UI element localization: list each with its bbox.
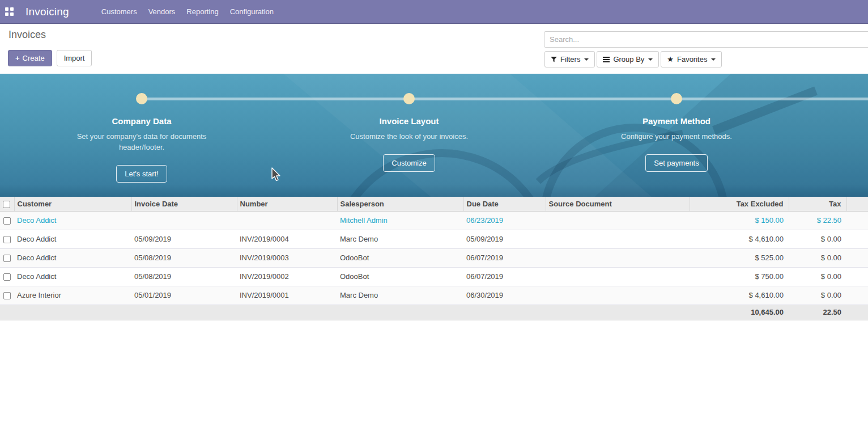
cell-customer[interactable]: Azure Interior: [14, 286, 131, 305]
cell-tax[interactable]: $ 22.50: [789, 211, 846, 230]
onboarding-step-payment-method: Payment Method Configure your payment me…: [586, 93, 767, 172]
step-description: Set your company's data for documents he…: [76, 131, 207, 153]
cell-due-date[interactable]: 06/07/2019: [463, 248, 546, 267]
row-checkbox[interactable]: [3, 255, 11, 262]
menu-item-reporting[interactable]: Reporting: [181, 0, 224, 24]
cell-source-document[interactable]: [546, 267, 690, 286]
search-box: [544, 31, 868, 48]
customize-button[interactable]: Customize: [383, 154, 435, 172]
menu-item-configuration[interactable]: Configuration: [224, 0, 279, 24]
cell-source-document[interactable]: [546, 230, 690, 248]
cell-due-date[interactable]: 05/09/2019: [463, 230, 546, 248]
step-description: Configure your payment methods.: [611, 131, 742, 142]
cell-customer[interactable]: Deco Addict: [14, 267, 131, 286]
step-title: Invoice Layout: [318, 116, 500, 126]
cell-tax[interactable]: $ 0.00: [789, 267, 846, 286]
cell-number[interactable]: INV/2019/0002: [237, 267, 337, 286]
cell-customer[interactable]: Deco Addict: [14, 230, 131, 248]
cell-tax-excluded[interactable]: $ 4,610.00: [690, 286, 789, 305]
column-header-empty: [846, 197, 868, 211]
column-header-invoice-date[interactable]: Invoice Date: [131, 197, 237, 211]
row-checkbox[interactable]: [3, 236, 11, 243]
app-title[interactable]: Invoicing: [25, 6, 69, 18]
star-icon: ★: [667, 55, 674, 64]
search-input[interactable]: [544, 35, 868, 44]
set-payments-button[interactable]: Set payments: [645, 154, 708, 172]
cell-tax-excluded[interactable]: $ 525.00: [690, 248, 789, 267]
row-checkbox[interactable]: [3, 292, 11, 299]
menu-item-customers[interactable]: Customers: [96, 0, 143, 24]
create-button[interactable]: + Create: [8, 50, 52, 66]
column-header-source-document[interactable]: Source Document: [546, 197, 690, 211]
row-select-cell: [0, 211, 14, 230]
group-by-button[interactable]: Group By: [597, 51, 659, 67]
cell-tax-excluded[interactable]: $ 150.00: [690, 211, 789, 230]
cell-customer[interactable]: Deco Addict: [14, 211, 131, 230]
table-row[interactable]: Deco Addict 05/08/2019 INV/2019/0003 Odo…: [0, 248, 868, 267]
table-header-row: Customer Invoice Date Number Salesperson…: [0, 197, 868, 211]
total-tax-excluded: 10,645.00: [690, 305, 789, 320]
select-all-header: [0, 197, 14, 211]
cell-customer[interactable]: Deco Addict: [14, 248, 131, 267]
table-row[interactable]: Deco Addict 05/08/2019 INV/2019/0002 Odo…: [0, 267, 868, 286]
cell-invoice-date[interactable]: 05/08/2019: [131, 248, 237, 267]
row-checkbox[interactable]: [3, 217, 11, 225]
cell-source-document[interactable]: [546, 211, 690, 230]
cell-due-date[interactable]: 06/23/2019: [463, 211, 546, 230]
onboarding-step-company-data: Company Data Set your company's data for…: [51, 93, 232, 183]
cell-number[interactable]: INV/2019/0004: [237, 230, 337, 248]
cell-salesperson[interactable]: OdooBot: [337, 267, 463, 286]
cell-due-date[interactable]: 06/30/2019: [463, 286, 546, 305]
row-checkbox[interactable]: [3, 273, 11, 281]
cell-tax[interactable]: $ 0.00: [789, 286, 846, 305]
row-select-cell: [0, 286, 14, 305]
chevron-down-icon: [584, 58, 589, 61]
cell-salesperson[interactable]: OdooBot: [337, 248, 463, 267]
import-button[interactable]: Import: [57, 50, 92, 66]
column-header-due-date[interactable]: Due Date: [463, 197, 546, 211]
table-row[interactable]: Deco Addict 05/09/2019 INV/2019/0004 Mar…: [0, 230, 868, 248]
cell-invoice-date[interactable]: [131, 211, 237, 230]
group-by-bars-icon: [603, 57, 610, 62]
menu-item-vendors[interactable]: Vendors: [143, 0, 181, 24]
cell-tax-excluded[interactable]: $ 750.00: [690, 267, 789, 286]
favorites-button[interactable]: ★ Favorites: [661, 51, 722, 67]
cell-salesperson[interactable]: Marc Demo: [337, 230, 463, 248]
lets-start-button[interactable]: Let's start!: [116, 165, 167, 183]
column-header-tax-excluded[interactable]: Tax Excluded: [690, 197, 789, 211]
cell-salesperson[interactable]: Mitchell Admin: [337, 211, 463, 230]
step-description: Customize the look of your invoices.: [344, 131, 474, 142]
cell-tax-excluded[interactable]: $ 4,610.00: [690, 230, 789, 248]
column-header-number[interactable]: Number: [237, 197, 337, 211]
column-header-customer[interactable]: Customer: [14, 197, 131, 211]
action-buttons: + Create Import: [8, 50, 92, 66]
chevron-down-icon: [711, 58, 716, 61]
cell-number[interactable]: INV/2019/0001: [237, 286, 337, 305]
table-row[interactable]: Azure Interior 05/01/2019 INV/2019/0001 …: [0, 286, 868, 305]
cell-tax[interactable]: $ 0.00: [789, 230, 846, 248]
cell-due-date[interactable]: 06/07/2019: [463, 267, 546, 286]
cell-number[interactable]: [237, 211, 337, 230]
invoice-list-table: Customer Invoice Date Number Salesperson…: [0, 197, 868, 320]
cell-invoice-date[interactable]: 05/08/2019: [131, 267, 237, 286]
cell-invoice-date[interactable]: 05/09/2019: [131, 230, 237, 248]
apps-grid-icon[interactable]: [5, 7, 14, 16]
cell-number[interactable]: INV/2019/0003: [237, 248, 337, 267]
step-title: Company Data: [51, 116, 232, 126]
cell-salesperson[interactable]: Marc Demo: [337, 286, 463, 305]
cell-invoice-date[interactable]: 05/01/2019: [131, 286, 237, 305]
control-panel: Invoices + Create Import Filters Group B…: [0, 24, 868, 74]
cell-source-document[interactable]: [546, 248, 690, 267]
total-tax: 22.50: [789, 305, 846, 320]
filters-button[interactable]: Filters: [544, 51, 595, 67]
cell-source-document[interactable]: [546, 286, 690, 305]
table-row[interactable]: Deco Addict Mitchell Admin 06/23/2019 $ …: [0, 211, 868, 230]
select-all-checkbox[interactable]: [3, 201, 10, 208]
filter-funnel-icon: [551, 57, 557, 62]
cell-tax[interactable]: $ 0.00: [789, 248, 846, 267]
column-header-tax[interactable]: Tax: [789, 197, 846, 211]
step-dot-icon: [136, 93, 147, 104]
table-totals-row: 10,645.00 22.50: [0, 305, 868, 320]
plus-icon: +: [15, 54, 20, 62]
column-header-salesperson[interactable]: Salesperson: [337, 197, 463, 211]
